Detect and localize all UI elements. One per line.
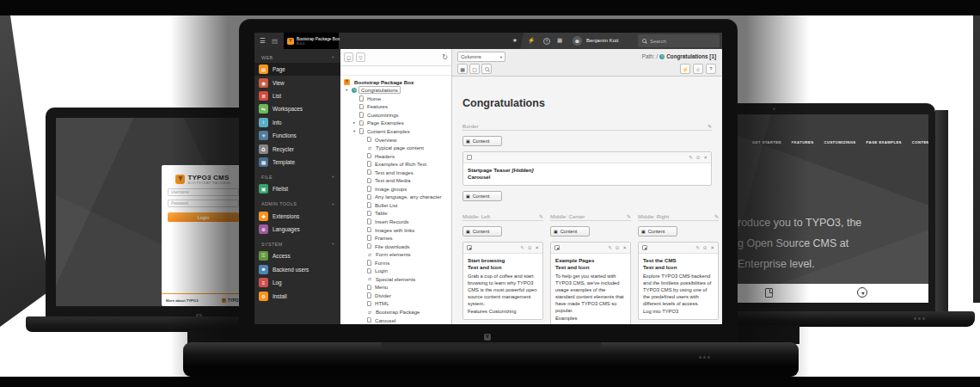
frontend-nav-item[interactable]: CUSTOMIZINGS bbox=[824, 140, 856, 144]
search-icon[interactable] bbox=[481, 64, 492, 74]
tree-row[interactable]: Text and Media bbox=[340, 176, 451, 185]
edit-icon[interactable]: ✎ bbox=[714, 213, 719, 219]
tree-row[interactable]: Special elements bbox=[340, 275, 451, 284]
module-section-header[interactable]: ADMIN TOOLS ▾ bbox=[254, 199, 340, 210]
tree-row[interactable]: Customizings bbox=[340, 111, 451, 120]
module-menu-item[interactable]: ▣ Filelist bbox=[254, 182, 340, 195]
module-section-header[interactable]: FILE ▾ bbox=[254, 171, 340, 182]
element-links[interactable]: Log into TYPO3 bbox=[643, 309, 714, 314]
tree-row[interactable]: Carousel bbox=[340, 316, 451, 324]
tree-row-label: Carousel bbox=[373, 317, 397, 323]
frontend-nav-item[interactable]: CONTENT EXAMPLES bbox=[912, 140, 928, 144]
user-avatar[interactable]: ☻ bbox=[573, 36, 582, 46]
module-menu-item[interactable]: ✚ Extensions bbox=[254, 210, 340, 223]
layout-view-icon[interactable]: ▦ bbox=[457, 64, 468, 74]
tree-row[interactable]: ▾ Congratulations bbox=[340, 86, 451, 95]
module-menu-item[interactable]: ▦ Template bbox=[254, 156, 340, 169]
add-content-button[interactable]: ▣ Content bbox=[550, 226, 590, 236]
edit-icon[interactable]: ✎ bbox=[695, 245, 700, 250]
tree-row[interactable]: Bootstrap Package bbox=[340, 308, 451, 316]
module-section-header[interactable]: WEB ▾ bbox=[254, 52, 340, 63]
tree-row[interactable]: Home bbox=[340, 95, 451, 103]
tree-row[interactable]: Headers bbox=[340, 151, 451, 160]
tree-row[interactable]: Text and Images bbox=[340, 168, 451, 176]
bookmark-icon[interactable]: ☆ bbox=[693, 64, 703, 74]
tree-row[interactable]: Form elements bbox=[340, 250, 451, 259]
tree-root-row[interactable]: Bootstrap Package Box bbox=[340, 77, 451, 86]
module-menu-item[interactable]: ≡ Log bbox=[254, 276, 340, 289]
module-menu-item[interactable]: ◉ View bbox=[254, 76, 340, 89]
tree-row[interactable]: Examples of Rich Text bbox=[340, 160, 451, 169]
element-links[interactable]: Features Customizing bbox=[468, 309, 538, 314]
add-content-button[interactable]: ▣ Content bbox=[462, 136, 502, 146]
edit-icon[interactable]: ✎ bbox=[608, 245, 612, 250]
tree-row[interactable]: File downloads bbox=[340, 242, 451, 250]
edit-icon[interactable]: ✎ bbox=[707, 123, 712, 129]
visibility-icon[interactable]: ⊙ bbox=[616, 245, 620, 250]
tree-row[interactable]: Overview bbox=[340, 135, 451, 144]
tree-row[interactable]: Insert Records bbox=[340, 218, 451, 226]
module-menu-item[interactable]: ♻ Recycler bbox=[254, 142, 340, 155]
tree-row[interactable]: Frames bbox=[340, 234, 451, 243]
filter-button[interactable]: ▽ bbox=[356, 52, 365, 62]
tree-row[interactable]: Login bbox=[340, 267, 451, 275]
help-icon[interactable]: ? bbox=[706, 64, 716, 74]
module-menu-item[interactable]: ▤ Page bbox=[254, 63, 340, 76]
menu-toggle-icon[interactable]: ☰ bbox=[260, 37, 266, 45]
tree-row[interactable]: ▾ Content Examples bbox=[340, 127, 451, 136]
tree-row[interactable]: Image groups bbox=[340, 185, 451, 194]
edit-icon[interactable]: ✎ bbox=[689, 155, 693, 160]
module-menu-item[interactable]: ⊕ Languages bbox=[254, 223, 340, 236]
add-content-button[interactable]: ▣ Content bbox=[638, 226, 677, 236]
edit-icon[interactable]: ✎ bbox=[520, 245, 524, 250]
module-menu-item[interactable]: ⚙ Install bbox=[254, 289, 340, 302]
module-list-icon[interactable]: ▤ bbox=[272, 37, 278, 45]
module-menu-item[interactable]: ⚿ Access bbox=[254, 249, 340, 262]
module-menu-item[interactable]: ≣ List bbox=[254, 89, 340, 102]
columns-select[interactable]: Columns ▾ bbox=[457, 52, 505, 62]
element-links[interactable]: Examples bbox=[555, 316, 626, 321]
help-icon[interactable]: ? bbox=[543, 38, 550, 45]
username-label[interactable]: Benjamin Kott bbox=[586, 38, 618, 43]
new-page-button[interactable]: ▢ bbox=[344, 52, 353, 62]
bookmark-star-icon[interactable]: ★ bbox=[512, 37, 518, 44]
tree-row[interactable]: Typical page content bbox=[340, 144, 451, 152]
delete-icon[interactable]: ✕ bbox=[710, 245, 714, 250]
delete-icon[interactable]: ✕ bbox=[535, 245, 539, 250]
add-content-button[interactable]: ▣ Content bbox=[462, 226, 502, 236]
tree-row[interactable]: Any language, any character bbox=[340, 193, 451, 201]
refresh-icon[interactable]: ↻ bbox=[442, 53, 448, 61]
frontend-nav-item[interactable]: PAGE EXAMPLES bbox=[867, 140, 902, 144]
search-input[interactable]: Search bbox=[638, 34, 720, 47]
tree-row[interactable]: HTML bbox=[340, 299, 451, 308]
module-section-header[interactable]: SYSTEM ▾ bbox=[254, 238, 340, 249]
edit-icon[interactable]: ✎ bbox=[627, 213, 631, 219]
tree-row[interactable]: Forms bbox=[340, 258, 451, 267]
visibility-icon[interactable]: ⊙ bbox=[703, 245, 707, 250]
module-menu-item[interactable]: ☻ Backend users bbox=[254, 263, 340, 276]
clear-cache-icon[interactable]: ⚡ bbox=[680, 64, 690, 74]
module-menu-item[interactable]: ✳ Functions bbox=[254, 129, 340, 142]
edit-icon[interactable]: ✎ bbox=[539, 213, 543, 219]
tree-row[interactable]: Menu bbox=[340, 283, 451, 292]
edit-page-icon[interactable]: ▢ bbox=[469, 64, 480, 74]
tree-row[interactable]: Table bbox=[340, 209, 451, 218]
tree-row[interactable]: Divider bbox=[340, 292, 451, 300]
apps-grid-icon[interactable]: ▦ bbox=[557, 37, 562, 44]
path-page: Congratulations [1] bbox=[666, 53, 716, 59]
tree-row[interactable]: Bullet List bbox=[340, 201, 451, 210]
tree-row[interactable]: Images with links bbox=[340, 225, 451, 234]
visibility-icon[interactable]: ⊙ bbox=[696, 155, 701, 160]
module-menu-item[interactable]: ⇆ Workspaces bbox=[254, 102, 340, 115]
delete-icon[interactable]: ✕ bbox=[622, 245, 627, 250]
module-menu-item[interactable]: i Info bbox=[254, 116, 340, 129]
clear-cache-icon[interactable]: ⚡ bbox=[528, 37, 535, 44]
tree-row[interactable]: Features bbox=[340, 102, 451, 111]
tree-expand-icon[interactable]: ▾ bbox=[346, 88, 350, 92]
visibility-icon[interactable]: ⊙ bbox=[528, 245, 532, 250]
tree-row[interactable]: ▸ Page Examples bbox=[340, 119, 451, 127]
delete-icon[interactable]: ✕ bbox=[703, 155, 707, 160]
tree-expand-icon[interactable]: ▸ bbox=[353, 120, 358, 125]
tree-expand-icon[interactable]: ▾ bbox=[353, 129, 358, 133]
add-content-button[interactable]: ▣ Content bbox=[462, 191, 502, 201]
